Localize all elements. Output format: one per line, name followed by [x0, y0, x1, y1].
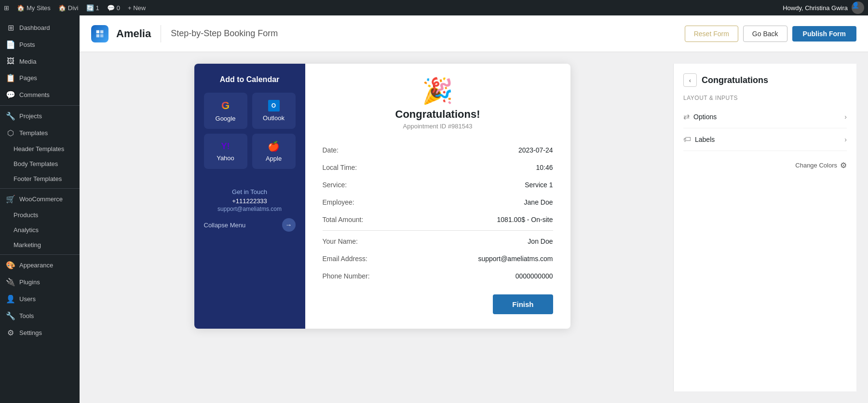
settings-back-button[interactable]: ‹: [683, 73, 697, 87]
sidebar-item-label: Comments: [19, 91, 50, 98]
get-in-touch-section: Get in Touch +111222333 support@ameliatm…: [217, 188, 282, 212]
comments-link[interactable]: 💬 0: [107, 4, 120, 12]
service-value: Service 1: [525, 181, 553, 189]
employee-value: Jane Doe: [524, 198, 553, 206]
apple-calendar-button[interactable]: 🍎 Apple: [252, 134, 296, 169]
google-calendar-button[interactable]: G Google: [204, 93, 247, 129]
collapse-menu-button[interactable]: Collapse Menu →: [204, 212, 296, 232]
outlook-calendar-button[interactable]: O Outlook: [252, 93, 296, 129]
media-icon: 🖼: [6, 57, 15, 66]
sidebar-item-body-templates[interactable]: Body Templates: [0, 156, 80, 171]
outlook-icon: O: [268, 100, 280, 111]
header-templates-label: Header Templates: [14, 145, 64, 153]
divi-link[interactable]: 🏠 Divi: [58, 4, 79, 12]
projects-icon: 🔧: [6, 111, 15, 121]
sidebar-item-label: Templates: [19, 129, 48, 137]
email-value: support@ameliatms.com: [478, 255, 553, 263]
options-row[interactable]: ⇄ Options ›: [683, 105, 847, 128]
yahoo-calendar-button[interactable]: Y! Yahoo: [204, 134, 247, 169]
sidebar-item-templates[interactable]: ⬡ Templates: [0, 125, 80, 141]
apple-icon: 🍎: [268, 140, 280, 152]
detail-amount-row: Total Amount: 1081.00$ - On-site: [323, 211, 553, 228]
dashboard-icon: ⊞: [6, 23, 15, 32]
my-sites-link[interactable]: 🏠 My Sites: [17, 4, 51, 12]
marketing-label: Marketing: [14, 241, 41, 249]
updates-link[interactable]: 🔄 1: [86, 4, 99, 12]
sidebar-item-plugins[interactable]: 🔌 Plugins: [0, 274, 80, 291]
publish-form-button[interactable]: Publish Form: [792, 26, 856, 42]
users-icon: 👤: [6, 294, 15, 304]
booking-right-panel: 🎉 Congratulations! Appointment ID #98154…: [305, 64, 570, 329]
options-chevron-icon: ›: [844, 113, 847, 121]
finish-button[interactable]: Finish: [493, 294, 553, 314]
sidebar-item-label: Dashboard: [19, 24, 50, 31]
wp-logo[interactable]: ⊞: [4, 4, 9, 12]
sidebar-item-label: WooCommerce: [19, 195, 63, 203]
appointment-id: Appointment ID #981543: [403, 123, 473, 130]
labels-chevron-icon: ›: [844, 136, 847, 143]
appearance-icon: 🎨: [6, 261, 15, 270]
admin-bar-right: Howdy, Christina Gwira 👤: [783, 1, 864, 14]
pages-icon: 📋: [6, 73, 15, 83]
sidebar-item-appearance[interactable]: 🎨 Appearance: [0, 257, 80, 274]
posts-icon: 📄: [6, 40, 15, 49]
howdy-text: Howdy, Christina Gwira: [783, 4, 848, 12]
sidebar-item-label: Appearance: [19, 262, 53, 269]
amount-label: Total Amount:: [323, 216, 364, 223]
labels-left: 🏷 Labels: [683, 135, 715, 144]
sidebar-item-marketing[interactable]: Marketing: [0, 237, 80, 252]
detail-name-row: Your Name: Jon Doe: [323, 233, 553, 250]
detail-email-row: Email Address: support@ameliatms.com: [323, 250, 553, 267]
google-icon: G: [221, 99, 230, 112]
sidebar-item-analytics[interactable]: Analytics: [0, 222, 80, 237]
date-value: 2023-07-24: [518, 146, 553, 154]
sidebar-item-pages[interactable]: 📋 Pages: [0, 69, 80, 86]
comments-icon: 💬: [6, 90, 15, 99]
labels-row[interactable]: 🏷 Labels ›: [683, 128, 847, 151]
labels-label: Labels: [695, 136, 715, 143]
sidebar-item-tools[interactable]: 🔧 Tools: [0, 307, 80, 324]
body-templates-label: Body Templates: [14, 160, 58, 167]
tools-icon: 🔧: [6, 311, 15, 320]
templates-icon: ⬡: [6, 128, 15, 138]
plugins-icon: 🔌: [6, 278, 15, 287]
sidebar-item-dashboard[interactable]: ⊞ Dashboard: [0, 19, 80, 36]
calendar-buttons: G Google O Outlook Y! Yahoo: [204, 93, 296, 169]
sidebar-item-posts[interactable]: 📄 Posts: [0, 36, 80, 53]
booking-area: Add to Calendar G Google O Outlook: [91, 64, 673, 391]
yahoo-label: Yahoo: [217, 154, 234, 162]
sidebar-sep-1: [0, 105, 80, 106]
settings-section-label: Layout & Inputs: [683, 95, 847, 101]
detail-service-row: Service: Service 1: [323, 176, 553, 194]
sidebar-item-media[interactable]: 🖼 Media: [0, 53, 80, 69]
sidebar-item-users[interactable]: 👤 Users: [0, 291, 80, 307]
avatar: 👤: [852, 1, 864, 14]
admin-bar: ⊞ 🏠 My Sites 🏠 Divi 🔄 1 💬 0 + New Howdy,…: [0, 0, 868, 15]
contact-email: support@ameliatms.com: [217, 206, 282, 212]
sidebar-item-label: Pages: [19, 74, 37, 82]
analytics-label: Analytics: [14, 226, 39, 234]
settings-icon: ⚙: [6, 328, 15, 337]
outlook-label: Outlook: [263, 114, 285, 122]
go-back-button[interactable]: Go Back: [743, 26, 787, 42]
options-left: ⇄ Options: [683, 112, 717, 121]
sidebar-item-projects[interactable]: 🔧 Projects: [0, 108, 80, 125]
main-content: Amelia Step-by-Step Booking Form Reset F…: [80, 15, 868, 403]
change-colors-label: Change Colors: [795, 162, 837, 169]
header-actions: Reset Form Go Back Publish Form: [685, 26, 856, 42]
sidebar-item-label: Tools: [19, 312, 34, 320]
sidebar-item-comments[interactable]: 💬 Comments: [0, 86, 80, 103]
new-link[interactable]: + New: [128, 4, 146, 12]
layout: ⊞ Dashboard 📄 Posts 🖼 Media 📋 Pages 💬 Co…: [0, 15, 868, 403]
sidebar-item-header-templates[interactable]: Header Templates: [0, 141, 80, 156]
name-value: Jon Doe: [528, 237, 553, 245]
service-label: Service:: [323, 181, 347, 189]
options-icon: ⇄: [683, 112, 690, 121]
sidebar-item-products[interactable]: Products: [0, 208, 80, 222]
reset-form-button[interactable]: Reset Form: [685, 26, 738, 42]
sidebar-item-woocommerce[interactable]: 🛒 WooCommerce: [0, 191, 80, 208]
sidebar-item-footer-templates[interactable]: Footer Templates: [0, 171, 80, 186]
email-label: Email Address:: [323, 255, 367, 263]
sidebar-item-settings[interactable]: ⚙ Settings: [0, 324, 80, 341]
change-colors-row[interactable]: Change Colors ⚙: [683, 161, 847, 170]
